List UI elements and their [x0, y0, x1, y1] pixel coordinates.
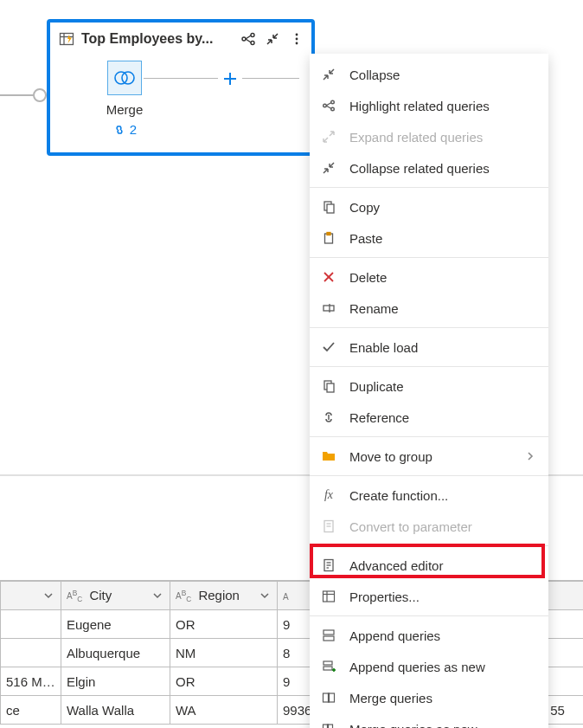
menu-separator [310, 615, 548, 616]
properties-icon [320, 588, 337, 605]
menu-paste[interactable]: Paste [310, 222, 548, 254]
svg-line-18 [326, 103, 331, 106]
menu-convert-to-parameter: Convert to parameter [310, 511, 548, 542]
filter-dropdown-icon[interactable] [40, 587, 57, 604]
svg-rect-43 [324, 661, 332, 665]
type-text-icon: ABC [176, 591, 191, 601]
merge-step[interactable]: Merge 2 [90, 61, 159, 138]
menu-separator [310, 257, 548, 258]
cell[interactable]: 516 M… [1, 667, 61, 696]
chevron-right-icon [526, 451, 535, 461]
table-lightning-icon [57, 29, 76, 48]
cell[interactable]: OR [170, 667, 278, 696]
menu-move-to-group[interactable]: Move to group [310, 441, 548, 472]
cell[interactable]: WA [170, 696, 278, 725]
col-header-region[interactable]: ABC Region [170, 582, 278, 610]
svg-rect-21 [327, 204, 334, 213]
filter-dropdown-icon[interactable] [256, 587, 273, 604]
svg-rect-29 [327, 383, 334, 392]
menu-merge-queries[interactable]: Merge queries [310, 682, 548, 713]
svg-point-11 [115, 72, 127, 84]
svg-point-8 [296, 34, 298, 36]
cell[interactable]: Albuquerque [61, 639, 170, 667]
append-new-icon [320, 658, 337, 675]
svg-point-9 [296, 38, 298, 41]
menu-separator [310, 327, 548, 328]
menu-separator [310, 187, 548, 188]
highlight-related-icon [320, 97, 337, 114]
menu-separator [310, 436, 548, 437]
cell[interactable]: NM [170, 639, 278, 667]
merge-queries-icon [320, 689, 337, 706]
menu-separator [310, 366, 548, 367]
cell[interactable] [1, 639, 61, 667]
node-title: Top Employees by... [81, 31, 234, 47]
merge-related-link[interactable]: 2 [112, 122, 137, 137]
collapse-node-icon[interactable] [263, 29, 282, 48]
menu-collapse-related[interactable]: Collapse related queries [310, 152, 548, 184]
svg-rect-41 [324, 630, 334, 635]
fx-icon: fx [320, 486, 337, 504]
svg-rect-26 [324, 306, 334, 311]
svg-rect-0 [61, 34, 74, 45]
menu-enable-load[interactable]: Enable load [310, 332, 548, 363]
cell[interactable]: Walla Walla [61, 696, 170, 725]
col-header-city[interactable]: ABC City [61, 582, 170, 610]
menu-delete[interactable]: Delete [310, 261, 548, 293]
input-port[interactable] [33, 88, 47, 102]
type-text-icon: ABC [67, 591, 82, 601]
copy-icon [320, 198, 337, 216]
type-text-icon: A [283, 592, 289, 602]
filter-dropdown-icon[interactable] [149, 587, 166, 604]
menu-duplicate[interactable]: Duplicate [310, 370, 548, 402]
query-node-top-employees[interactable]: Top Employees by... Merge 2 [47, 19, 315, 156]
menu-highlight-related[interactable]: Highlight related queries [310, 90, 548, 121]
svg-point-5 [251, 42, 254, 45]
node-body: Merge 2 [50, 55, 311, 156]
svg-point-15 [324, 104, 327, 107]
duplicate-icon [320, 377, 337, 395]
menu-append-queries[interactable]: Append queries [310, 620, 548, 651]
cell[interactable]: Elgin [61, 667, 170, 696]
paste-icon [320, 229, 337, 247]
delete-icon [320, 268, 337, 286]
menu-rename[interactable]: Rename [310, 293, 548, 324]
merge-venn-icon [107, 61, 142, 95]
svg-point-3 [242, 37, 246, 41]
svg-line-7 [246, 39, 251, 42]
folder-icon [320, 448, 337, 465]
advanced-editor-icon [320, 557, 337, 574]
link-icon [112, 125, 126, 135]
rename-icon [320, 300, 337, 317]
add-step-button[interactable] [218, 67, 242, 91]
menu-copy[interactable]: Copy [310, 191, 548, 222]
edge-line [0, 94, 35, 96]
link-count: 2 [130, 122, 137, 137]
query-context-menu: Collapse Highlight related queries Expan… [310, 54, 548, 728]
menu-expand-related: Expand related queries [310, 121, 548, 152]
svg-point-12 [122, 72, 134, 84]
svg-rect-23 [327, 233, 330, 235]
svg-rect-44 [324, 667, 332, 670]
svg-point-17 [331, 107, 335, 111]
cell[interactable]: OR [170, 610, 278, 639]
menu-append-queries-new[interactable]: Append queries as new [310, 651, 548, 682]
svg-line-19 [326, 106, 331, 109]
menu-reference[interactable]: Reference [310, 402, 548, 433]
related-queries-icon[interactable] [239, 29, 258, 48]
svg-line-6 [246, 35, 251, 39]
menu-collapse[interactable]: Collapse [310, 59, 548, 90]
cell[interactable]: ce [1, 696, 61, 725]
menu-advanced-editor[interactable]: Advanced editor [310, 550, 548, 581]
menu-merge-queries-new[interactable]: Merge queries as new [310, 713, 548, 728]
cell[interactable]: Eugene [61, 610, 170, 639]
svg-point-16 [331, 100, 335, 104]
checkmark-icon [320, 338, 337, 356]
merge-step-label: Merge [90, 102, 159, 117]
svg-rect-42 [324, 636, 334, 641]
more-options-icon[interactable] [287, 29, 306, 48]
menu-create-function[interactable]: fx Create function... [310, 480, 548, 511]
cell[interactable] [1, 610, 61, 639]
col-header-address[interactable] [1, 582, 61, 610]
menu-properties[interactable]: Properties... [310, 581, 548, 612]
